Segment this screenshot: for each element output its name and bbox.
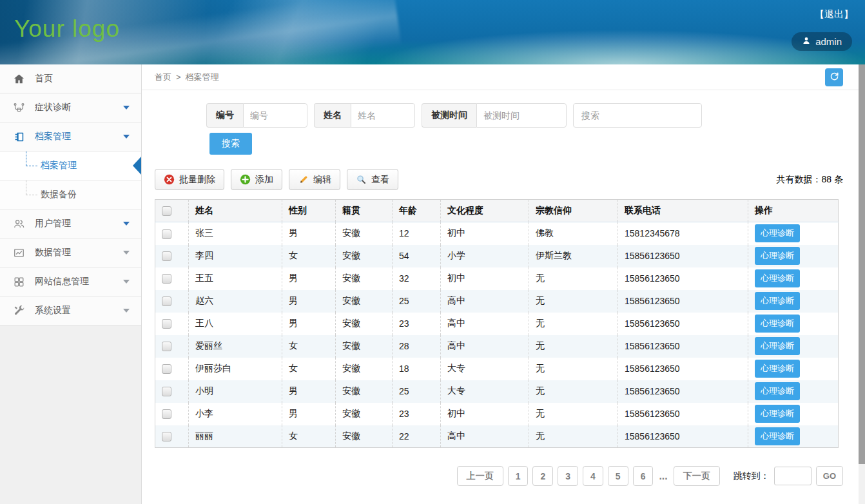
row-select-cell [155, 245, 189, 267]
action-cell: 心理诊断 [748, 267, 839, 290]
site-icon [12, 275, 25, 288]
row-checkbox[interactable] [162, 319, 171, 329]
page-button-5[interactable]: 5 [608, 466, 628, 486]
row-select-cell [155, 380, 189, 403]
add-icon [240, 174, 251, 185]
search-button[interactable]: 搜索 [209, 133, 252, 155]
pagination-ellipsis: ... [659, 470, 667, 482]
cell: 无 [529, 313, 618, 335]
jump-page-input[interactable] [774, 467, 812, 485]
diagnosis-button[interactable]: 心理诊断 [755, 405, 800, 423]
cell: 高中 [441, 425, 529, 448]
cell: 无 [529, 358, 618, 380]
diagnosis-button[interactable]: 心理诊断 [755, 269, 800, 287]
keyword-search-input[interactable] [573, 103, 702, 128]
go-button[interactable]: GO [816, 466, 843, 486]
diagnosis-button[interactable]: 心理诊断 [755, 382, 800, 400]
breadcrumb-current: 档案管理 [186, 72, 219, 83]
cell: 15812345678 [618, 222, 748, 245]
row-checkbox[interactable] [162, 342, 171, 351]
breadcrumb-home[interactable]: 首页 [155, 72, 171, 83]
page-number-buttons: 123456 [508, 466, 654, 486]
row-select-cell [155, 313, 189, 335]
sidebar-item-数据管理[interactable]: 数据管理 [0, 238, 141, 267]
table-row: 张三男安徽12初中佛教15812345678心理诊断 [155, 222, 839, 245]
page-button-2[interactable]: 2 [532, 466, 553, 486]
cell: 15856123650 [618, 267, 748, 290]
row-select-cell [155, 222, 189, 245]
sidebar-item-网站信息管理[interactable]: 网站信息管理 [0, 267, 141, 296]
action-cell: 心理诊断 [748, 245, 839, 267]
cell: 佛教 [529, 222, 618, 245]
refresh-button[interactable] [825, 68, 843, 86]
row-checkbox[interactable] [162, 432, 171, 441]
row-checkbox[interactable] [162, 296, 171, 306]
diagnosis-button[interactable]: 心理诊断 [755, 337, 800, 355]
toolbar-button-label: 添加 [255, 174, 273, 186]
row-checkbox[interactable] [162, 387, 171, 396]
logout-link[interactable]: 【退出】 [815, 8, 853, 21]
diagnosis-button[interactable]: 心理诊断 [755, 224, 800, 242]
page-button-4[interactable]: 4 [583, 466, 603, 486]
column-header-性别: 性别 [282, 200, 336, 222]
active-item-arrow [133, 157, 141, 175]
page-button-3[interactable]: 3 [558, 466, 578, 486]
row-checkbox[interactable] [162, 229, 171, 239]
sidebar-subitem-label: 档案管理 [41, 160, 77, 171]
row-select-cell [155, 425, 189, 448]
row-checkbox[interactable] [162, 274, 171, 284]
toolbar-button-编辑[interactable]: 编辑 [289, 169, 340, 190]
cell: 高中 [441, 313, 529, 335]
diagnosis-button[interactable]: 心理诊断 [755, 292, 800, 310]
diagnosis-button[interactable]: 心理诊断 [755, 427, 800, 445]
cell: 23 [393, 403, 441, 425]
diagnosis-button[interactable]: 心理诊断 [755, 360, 800, 378]
action-cell: 心理诊断 [748, 358, 839, 380]
cell: 小明 [189, 380, 282, 403]
toolbar-button-添加[interactable]: 添加 [231, 169, 282, 190]
diagnosis-button[interactable]: 心理诊断 [755, 247, 800, 265]
sidebar-subitem-数据备份[interactable]: 数据备份 [0, 180, 141, 209]
cell: 15856123650 [618, 425, 748, 448]
row-checkbox[interactable] [162, 364, 171, 374]
row-select-cell [155, 290, 189, 313]
cell: 25 [393, 380, 441, 403]
table-header-row: 姓名性别籍贯年龄文化程度宗教信仰联系电话操作 [155, 200, 839, 222]
breadcrumb: 首页 > 档案管理 [142, 64, 865, 90]
sidebar-item-首页[interactable]: 首页 [0, 64, 141, 93]
table-row: 伊丽莎白女安徽18大专无15856123650心理诊断 [155, 358, 839, 380]
toolbar-button-查看[interactable]: 查看 [347, 169, 398, 190]
prev-page-button[interactable]: 上一页 [457, 466, 503, 486]
row-checkbox[interactable] [162, 409, 171, 419]
cell: 安徽 [336, 245, 393, 267]
sidebar-item-系统设置[interactable]: 系统设置 [0, 296, 141, 325]
chevron-down-icon [123, 106, 130, 110]
search-form: 编号姓名被测时间 搜索 [142, 90, 865, 155]
page-button-6[interactable]: 6 [633, 466, 654, 486]
search-field-input[interactable] [476, 103, 567, 128]
cell: 男 [282, 222, 336, 245]
cell: 15856123650 [618, 335, 748, 358]
toolbar-button-批量删除[interactable]: 批量删除 [155, 169, 224, 190]
page-button-1[interactable]: 1 [508, 466, 529, 486]
row-checkbox[interactable] [162, 251, 171, 261]
cell: 初中 [441, 222, 529, 245]
search-field-input[interactable] [243, 103, 307, 128]
scrollbar-thumb[interactable] [859, 64, 865, 464]
search-field-被测时间: 被测时间 [422, 103, 567, 128]
select-all-checkbox[interactable] [162, 206, 171, 216]
cell: 54 [393, 245, 441, 267]
sidebar-subitem-档案管理[interactable]: 档案管理 [0, 151, 141, 180]
search-field-input[interactable] [351, 103, 415, 128]
user-menu[interactable]: admin [792, 32, 852, 51]
action-cell: 心理诊断 [748, 313, 839, 335]
toolbar-button-label: 编辑 [313, 174, 331, 186]
diagnosis-button[interactable]: 心理诊断 [755, 315, 800, 333]
next-page-button[interactable]: 下一页 [674, 466, 720, 486]
sidebar-item-用户管理[interactable]: 用户管理 [0, 209, 141, 238]
sidebar-item-症状诊断[interactable]: 症状诊断 [0, 93, 141, 122]
column-header-姓名: 姓名 [189, 200, 282, 222]
cell: 安徽 [336, 222, 393, 245]
sidebar-item-档案管理[interactable]: 档案管理 [0, 122, 141, 151]
cell: 小学 [441, 245, 529, 267]
